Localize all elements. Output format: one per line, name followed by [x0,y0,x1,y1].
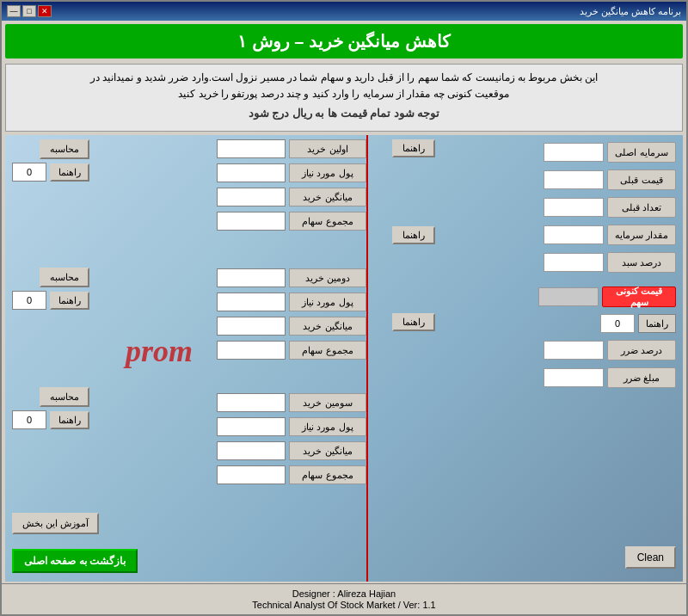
buy2-money-label: پول مورد نیاز [289,293,366,311]
buy1-total-label: مجموع سهام [289,212,366,231]
clean-button[interactable]: Clean [625,546,676,569]
rahnamay-row-1: راهنما [12,163,89,182]
rahnamay-val-3[interactable] [12,410,46,429]
desc-line2: موقعیت کنونی چه مقدار از سرمایه را وارد … [15,86,673,102]
sarmaie-asli-input[interactable] [544,143,604,162]
buy3-first-row: سومین خرید [117,393,366,412]
current-price-input[interactable] [538,287,599,306]
field-sarmaie-asli: سرمایه اصلی [538,142,676,163]
clean-btn-container: Clean [625,546,676,569]
gheimat-ghably-label: قیمت قبلی [607,169,676,190]
darsad-sabd-label: درصد سبد [607,252,676,273]
main-header: کاهش میانگین خرید – روش ۱ [5,24,683,59]
buy2-total-label: مجموع سهام [289,341,366,360]
buy2-money-input[interactable] [217,293,286,311]
footer: Designer : Alireza Hajian Technical Anal… [2,583,686,614]
buy1-money-label: پول مورد نیاز [289,163,366,182]
field-gheimat-ghably: قیمت قبلی [538,169,676,190]
buy3-total-input[interactable] [217,465,286,484]
window-title: برنامه کاهش میانگین خرید [580,6,681,17]
mid-rahnamay-btn-3[interactable]: راهنما [392,313,435,331]
buy2-avg-input[interactable] [217,317,286,336]
buy3-money-label: پول مورد نیاز [289,417,366,436]
buy2-first-input[interactable] [217,268,286,287]
current-price-section: قیمت کنونی سهم [538,286,676,307]
field-mablagh-zian: مبلغ ضرر [538,367,676,388]
window-controls: — □ ✕ [7,5,52,17]
buy-section-3: سومین خرید پول مورد نیاز میانگین خرید مج… [117,393,366,490]
buy2-money-row: پول مورد نیاز [117,293,366,311]
rahnamay-btn-3[interactable]: راهنما [50,411,89,429]
instruction-button[interactable]: آموزش این بخش [12,513,99,534]
buy1-avg-label: میانگین خرید [289,188,366,206]
tedad-ghably-input[interactable] [544,198,604,217]
rahnamay-val-2[interactable] [12,291,46,310]
buy3-total-label: مجموع سهام [289,465,366,484]
close-button[interactable]: ✕ [38,5,52,17]
rahnamay-row-2: راهنما [12,291,89,310]
meghdaar-sarmaie-label: مقدار سرمایه [607,225,676,245]
buy3-money-input[interactable] [217,417,286,436]
footer-line2: Technical Analyst Of Stock Market / Ver:… [5,600,683,610]
back-button[interactable]: بازگشت به صفحه اصلی [12,549,138,573]
calc-group-2: محاسبه راهنما [12,268,89,310]
buy2-total-input[interactable] [217,341,286,360]
buy1-money-input[interactable] [217,163,286,182]
buy1-total-input[interactable] [217,212,286,231]
buy3-avg-label: میانگین خرید [289,441,366,460]
buy2-title: دومین خرید [289,268,366,287]
header-title: کاهش میانگین خرید – روش ۱ [237,32,451,51]
rahnamay-btn-2[interactable]: راهنما [50,292,89,310]
footer-line1: Designer : Alireza Hajian [5,588,683,599]
rahnamay-current-btn[interactable]: راهنما [638,314,676,333]
buy3-first-input[interactable] [217,393,286,412]
buy3-total-row: مجموع سهام [117,465,366,484]
calc-btn-1[interactable]: محاسبه [40,139,89,159]
darsad-zian-label: درصد ضرر [607,340,676,360]
content-area: prom سرمایه اصلی قیمت قبلی تعداد قبلی [5,135,683,582]
buy1-total-row: مجموع سهام [117,212,366,231]
rahnamay-current-input[interactable] [600,314,635,333]
field-darsad-zian: درصد ضرر [538,340,676,360]
buy1-avg-row: میانگین خرید [117,188,366,206]
calc-btn-3[interactable]: محاسبه [40,387,89,407]
calc-group-1: محاسبه راهنما [12,139,89,182]
buy-section-1: اولین خرید پول مورد نیاز میانگین خرید مج… [117,139,366,236]
current-price-label: قیمت کنونی سهم [602,286,676,307]
prom-text: prom [126,333,193,369]
buy3-avg-row: میانگین خرید [117,441,366,460]
buy1-first-input[interactable] [217,139,286,158]
field-meghdaar-sarmaie: مقدار سرمایه [538,225,676,245]
meghdaar-sarmaie-input[interactable] [544,225,604,244]
field-current-price: قیمت کنونی سهم [538,286,676,307]
gheimat-ghably-input[interactable] [544,170,604,189]
buy3-avg-input[interactable] [217,441,286,460]
rahnamay-btn-1[interactable]: راهنما [50,163,89,182]
mablagh-zian-label: مبلغ ضرر [607,367,676,388]
form-container: سرمایه اصلی قیمت قبلی تعداد قبلی مقدار س… [5,135,683,582]
buy3-title: سومین خرید [289,393,366,412]
note-text: توجه شود تمام قیمت ها به ریال درج شود [15,105,673,123]
minimize-button[interactable]: — [7,5,21,17]
description-box: این بخش مربوط به زمانیست که شما سهم را ا… [5,64,683,132]
buy1-title: اولین خرید [289,139,366,158]
buy1-first-row: اولین خرید [117,139,366,158]
mid-rahnamay-btn-1[interactable]: راهنما [392,139,435,157]
mid-rahnamay-btn-2[interactable]: راهنما [392,226,435,244]
buy1-avg-input[interactable] [217,188,286,206]
rahnamay-row-3: راهنما [12,410,89,429]
tedad-ghably-label: تعداد قبلی [607,197,676,218]
right-column: سرمایه اصلی قیمت قبلی تعداد قبلی مقدار س… [538,142,676,395]
darsad-zian-input[interactable] [544,341,604,360]
calc-btn-2[interactable]: محاسبه [40,268,89,287]
mid-rahnamay-col: راهنما راهنما راهنما [366,139,435,336]
red-vertical-line [366,135,368,582]
rahnamay-val-1[interactable] [12,163,46,182]
left-controls: محاسبه راهنما محاسبه راهنما محاس [12,139,89,447]
maximize-button[interactable]: □ [22,5,36,17]
darsad-sabd-input[interactable] [544,253,604,272]
mablagh-zian-input[interactable] [544,368,604,387]
rahnamay-current-row: راهنما [538,314,676,333]
main-window: برنامه کاهش میانگین خرید — □ ✕ کاهش میان… [0,0,688,616]
buy1-money-row: پول مورد نیاز [117,163,366,182]
